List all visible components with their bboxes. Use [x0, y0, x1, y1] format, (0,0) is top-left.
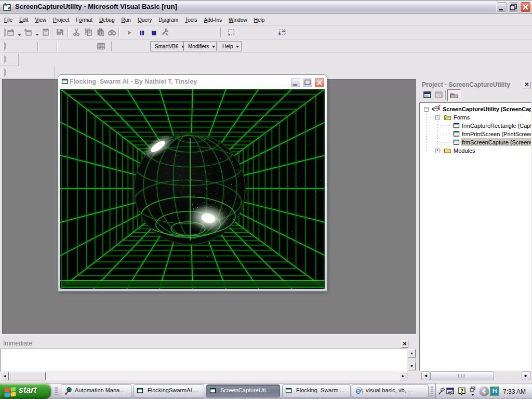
- svg-text:?: ?: [460, 388, 463, 394]
